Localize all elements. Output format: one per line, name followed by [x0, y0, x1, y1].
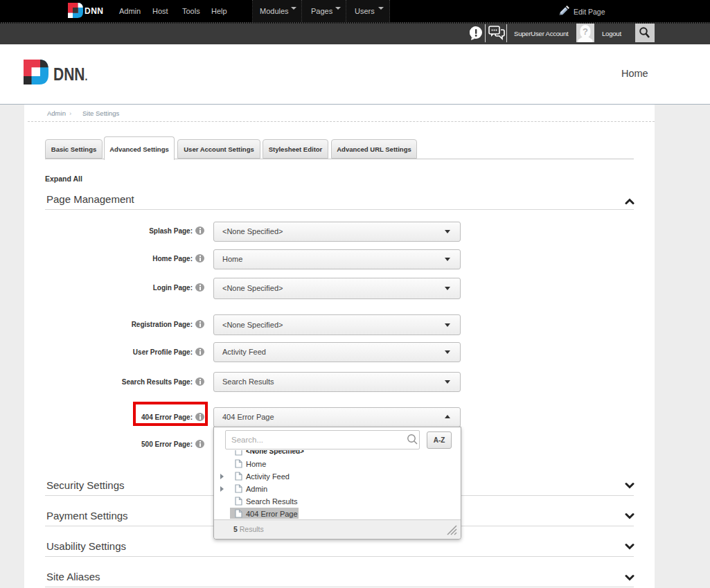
svg-text:?: ? — [583, 26, 588, 37]
